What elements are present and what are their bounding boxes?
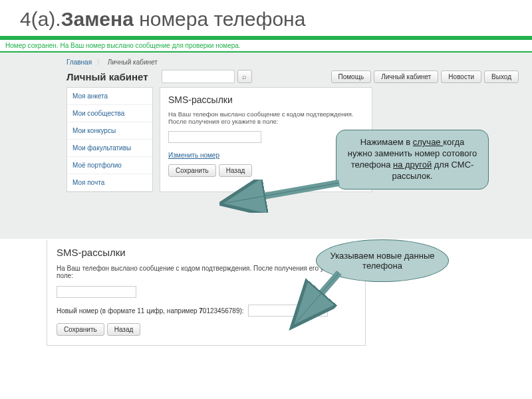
sms-panel-2-text: На Ваш телефон выслано сообщение с кодом…: [57, 265, 356, 279]
cabinet-button[interactable]: Личный кабинет: [374, 70, 438, 83]
slide-title: 4(а).Замена номера телефона: [0, 0, 532, 39]
news-button[interactable]: Новости: [441, 70, 481, 83]
slide-title-bold: Замена: [61, 8, 134, 30]
back-button-1[interactable]: Назад: [219, 164, 253, 177]
sidebar-item-portfolio[interactable]: Моё портфолио: [67, 157, 152, 174]
sms-panel-1-buttons: Сохранить Назад: [168, 164, 364, 177]
new-number-input[interactable]: [248, 305, 328, 317]
new-number-label: Новый номер (в формате 11 цифр, например…: [57, 307, 244, 315]
search-box: ⌕: [162, 70, 252, 83]
search-input[interactable]: [162, 70, 235, 83]
sms-panel-1-title: SMS-рассылки: [168, 94, 364, 105]
save-button-2[interactable]: Сохранить: [57, 323, 104, 336]
save-button-1[interactable]: Сохранить: [168, 164, 216, 177]
change-number-link[interactable]: Изменить номер: [168, 152, 219, 159]
sidebar-item-mail[interactable]: Моя почта: [67, 174, 152, 192]
nav-buttons: Помощь Личный кабинет Новости Выход: [331, 70, 519, 83]
sms-panel-2-buttons: Сохранить Назад: [57, 323, 356, 336]
exit-button[interactable]: Выход: [484, 70, 519, 83]
sidebar-item-contests[interactable]: Мои конкурсы: [67, 122, 152, 140]
breadcrumb-home[interactable]: Главная: [66, 59, 92, 66]
lower-area: SMS-рассылки На Ваш телефон выслано сооб…: [0, 239, 532, 346]
sidebar: Моя анкета Мои сообщества Мои конкурсы М…: [66, 87, 153, 192]
new-number-row: Новый номер (в формате 11 цифр, например…: [57, 305, 356, 317]
sidebar-item-electives[interactable]: Мои факультативы: [67, 140, 152, 157]
sms-code-input-2[interactable]: [57, 286, 136, 298]
sidebar-item-communities[interactable]: Мои сообщества: [67, 105, 152, 122]
slide-title-rest: номера телефона: [134, 8, 306, 30]
slide-title-prefix: 4(а).: [20, 8, 61, 30]
page-title: Личный кабинет: [66, 71, 148, 82]
search-button[interactable]: ⌕: [237, 70, 252, 83]
topbar: Личный кабинет ⌕ Помощь Личный кабинет Н…: [0, 70, 532, 87]
sms-panel-2-title: SMS-рассылки: [57, 247, 356, 258]
back-button-2[interactable]: Назад: [107, 323, 141, 336]
callout-specify-data: Указываем новые данные телефона: [316, 239, 449, 282]
breadcrumb-sep: 〉: [96, 59, 103, 66]
success-banner: Номер сохранен. На Ваш номер выслано соо…: [0, 39, 532, 53]
help-button[interactable]: Помощь: [331, 70, 372, 83]
sidebar-item-profile[interactable]: Моя анкета: [67, 88, 152, 105]
breadcrumb: Главная 〉 Личный кабинет: [0, 57, 532, 70]
sms-code-input-1[interactable]: [168, 131, 261, 143]
callout-change-number: Нажимаем в случае когда нужно заменить н…: [336, 130, 489, 190]
sms-panel-1-text: На Ваш телефон выслано сообщение с кодом…: [168, 110, 364, 125]
breadcrumb-current: Личный кабинет: [108, 59, 158, 66]
search-icon: ⌕: [242, 72, 247, 80]
